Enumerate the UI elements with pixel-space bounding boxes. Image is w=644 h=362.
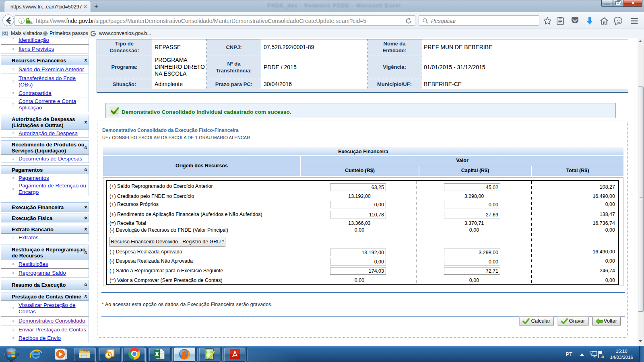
svg-text:!: !	[602, 356, 603, 358]
